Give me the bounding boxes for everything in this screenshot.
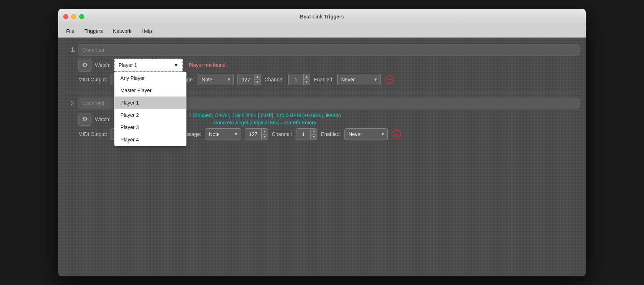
trigger-1-channel-spin-buttons: ▲ ▼ (303, 74, 310, 85)
trigger-2-message-select[interactable]: Note (205, 128, 241, 140)
window-controls (58, 14, 84, 19)
trigger-2-gear-button[interactable]: ⚙ (78, 113, 91, 126)
trigger-2-channel-up[interactable]: ▲ (311, 129, 317, 135)
trigger-2-note-input[interactable] (245, 131, 261, 137)
dropdown-player1[interactable]: Player 1 (115, 97, 186, 109)
trigger-2-channel-label: Channel: (272, 131, 292, 137)
trigger-2-watch-label: Watch: (95, 116, 111, 122)
menu-help[interactable]: Help (137, 27, 156, 35)
trigger-2-channel-spin-buttons: ▲ ▼ (310, 129, 317, 140)
trigger-1-note-down[interactable]: ▼ (254, 80, 261, 85)
trigger-1-watch-label: Watch: (95, 62, 111, 68)
trigger-2-note-spinner: ▲ ▼ (245, 128, 268, 140)
trigger-2-enabled-select[interactable]: Never (344, 128, 388, 140)
trigger-2-status: 2 Stopped, On-Air, Track id 81 [3:usb], … (189, 112, 341, 126)
trigger-1-note-spinner: ▲ ▼ (237, 74, 261, 85)
trigger-1-enabled-label: Enabled: (314, 77, 334, 82)
trigger-2-number: 2. (65, 100, 76, 107)
trigger-2-note-down[interactable]: ▼ (262, 135, 268, 140)
trigger-1-enabled-wrapper: Never ▼ (337, 74, 381, 85)
trigger-1-watch-button[interactable]: Player 1 ▼ (114, 59, 183, 72)
trigger-1-channel-label: Channel: (265, 77, 285, 82)
trigger-1-comment-input[interactable] (78, 44, 579, 56)
trigger-1-note-spin-buttons: ▲ ▼ (254, 74, 261, 85)
trigger-1-delete-button[interactable] (384, 74, 395, 85)
title-bar: Beat Link Triggers (58, 9, 586, 25)
trigger-2-note-spin-buttons: ▲ ▼ (261, 129, 268, 140)
trigger-1-status: Player not found. (189, 62, 227, 68)
trigger-1-channel-input[interactable] (289, 77, 303, 82)
trigger-2-delete-button[interactable] (391, 129, 402, 140)
trigger-1-watch-select-wrapper: Player 1 ▼ Any Player Master Player Play… (114, 59, 183, 72)
trigger-1-watch-dropdown: Any Player Master Player Player 1 Player… (114, 72, 186, 146)
trigger-1: 1. ⚙ Watch: Player 1 ▼ Any Player Master… (65, 44, 579, 85)
trigger-2-note-up[interactable]: ▲ (262, 129, 268, 135)
menu-bar: File Triggers Network Help (58, 25, 586, 38)
dropdown-master-player[interactable]: Master Player (115, 84, 186, 97)
dropdown-player2[interactable]: Player 2 (115, 109, 186, 121)
trigger-1-channel-down[interactable]: ▼ (304, 80, 310, 85)
trigger-1-delete-icon (385, 75, 394, 84)
trigger-1-enabled-select[interactable]: Never (337, 74, 381, 85)
menu-file[interactable]: File (62, 27, 79, 35)
trigger-1-watch-row: ⚙ Watch: Player 1 ▼ Any Player Master Pl… (78, 59, 579, 72)
maximize-button[interactable] (79, 14, 84, 19)
window-title: Beat Link Triggers (300, 14, 344, 20)
main-content: 1. ⚙ Watch: Player 1 ▼ Any Player Master… (58, 38, 586, 276)
trigger-1-note-up[interactable]: ▲ (254, 74, 261, 80)
minimize-button[interactable] (71, 14, 76, 19)
trigger-1-channel-spinner: ▲ ▼ (288, 74, 310, 85)
menu-triggers[interactable]: Triggers (80, 27, 107, 35)
app-window: Beat Link Triggers File Triggers Network… (58, 9, 586, 276)
trigger-1-channel-up[interactable]: ▲ (304, 74, 310, 80)
close-button[interactable] (63, 14, 68, 19)
trigger-2-enabled-wrapper: Never ▼ (344, 128, 388, 140)
trigger-2-message-wrapper: Note ▼ (205, 128, 241, 140)
trigger-2-channel-input[interactable] (296, 131, 310, 137)
trigger-1-number: 1. (65, 47, 76, 53)
trigger-1-comment-row: 1. (65, 44, 579, 56)
trigger-2-enabled-label: Enabled: (321, 131, 341, 137)
dropdown-player3[interactable]: Player 3 (115, 121, 186, 133)
trigger-1-note-input[interactable] (238, 77, 254, 82)
trigger-2-delete-icon (392, 130, 401, 139)
menu-network[interactable]: Network (108, 27, 136, 35)
trigger-1-gear-button[interactable]: ⚙ (78, 59, 91, 72)
trigger-1-message-select[interactable]: Note (198, 74, 234, 85)
trigger-1-midi-output-label: MIDI Output: (78, 77, 107, 82)
trigger-1-watch-value: Player 1 (119, 62, 137, 68)
dropdown-any-player[interactable]: Any Player (115, 72, 186, 84)
dropdown-player4[interactable]: Player 4 (115, 133, 186, 146)
trigger-1-message-wrapper: Note ▼ (198, 74, 234, 85)
trigger-2-midi-output-label: MIDI Output: (78, 131, 107, 137)
trigger-2-channel-spinner: ▲ ▼ (296, 128, 317, 140)
trigger-2-channel-down[interactable]: ▼ (311, 135, 317, 140)
trigger-1-watch-arrow: ▼ (173, 62, 179, 68)
